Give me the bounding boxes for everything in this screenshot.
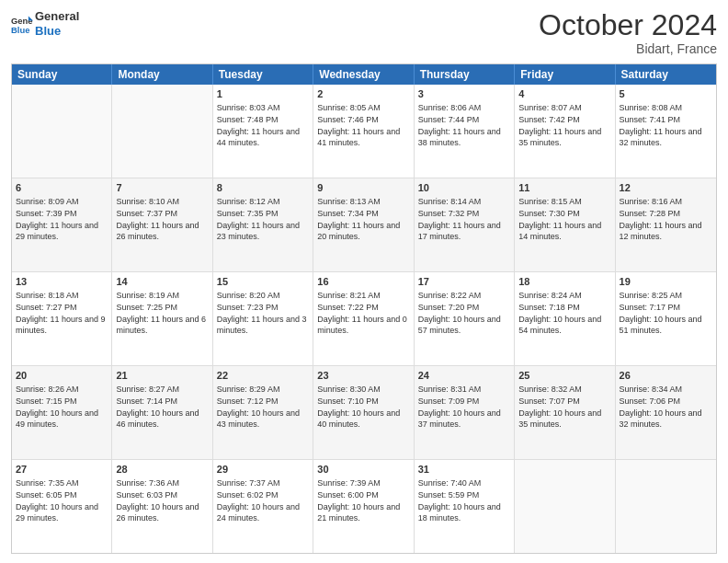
day-cell-8: 8Sunrise: 8:12 AM Sunset: 7:35 PM Daylig… [213,178,313,271]
day-info: Sunrise: 8:34 AM Sunset: 7:06 PM Dayligh… [620,385,702,429]
day-info: Sunrise: 8:29 AM Sunset: 7:12 PM Dayligh… [217,385,300,429]
day-header-saturday: Saturday [616,64,716,85]
month-title: October 2024 [539,9,717,41]
day-info: Sunrise: 8:24 AM Sunset: 7:18 PM Dayligh… [518,291,601,335]
calendar-row-4: 20Sunrise: 8:26 AM Sunset: 7:15 PM Dayli… [12,366,716,460]
page-header: General Blue General Blue October 2024 B… [11,9,717,56]
day-number: 29 [217,463,309,477]
day-number: 16 [317,275,409,289]
day-number: 8 [217,181,309,195]
day-cell-11: 11Sunrise: 8:15 AM Sunset: 7:30 PM Dayli… [515,178,615,271]
calendar-row-2: 6Sunrise: 8:09 AM Sunset: 7:39 PM Daylig… [12,178,716,272]
day-info: Sunrise: 8:16 AM Sunset: 7:28 PM Dayligh… [620,197,702,241]
day-info: Sunrise: 8:26 AM Sunset: 7:15 PM Dayligh… [16,385,98,429]
day-number: 2 [317,87,409,101]
day-info: Sunrise: 7:37 AM Sunset: 6:02 PM Dayligh… [217,478,300,523]
day-number: 11 [518,181,610,195]
day-cell-16: 16Sunrise: 8:21 AM Sunset: 7:22 PM Dayli… [313,272,414,365]
day-number: 23 [317,369,409,383]
day-number: 25 [518,369,610,383]
day-number: 14 [116,275,208,289]
day-header-sunday: Sunday [12,64,112,85]
day-cell-26: 26Sunrise: 8:34 AM Sunset: 7:06 PM Dayli… [616,366,716,459]
day-header-friday: Friday [515,64,615,85]
calendar: SundayMondayTuesdayWednesdayThursdayFrid… [11,63,717,554]
day-info: Sunrise: 8:20 AM Sunset: 7:23 PM Dayligh… [217,291,307,335]
day-number: 21 [116,369,208,383]
day-info: Sunrise: 8:09 AM Sunset: 7:39 PM Dayligh… [16,197,98,241]
day-info: Sunrise: 8:13 AM Sunset: 7:34 PM Dayligh… [317,197,400,241]
day-cell-12: 12Sunrise: 8:16 AM Sunset: 7:28 PM Dayli… [616,178,716,271]
day-info: Sunrise: 7:36 AM Sunset: 6:03 PM Dayligh… [116,478,199,523]
day-number: 12 [620,181,712,195]
day-header-tuesday: Tuesday [213,64,313,85]
day-number: 4 [518,87,610,101]
empty-cell [515,460,615,553]
day-header-monday: Monday [112,64,212,85]
day-cell-21: 21Sunrise: 8:27 AM Sunset: 7:14 PM Dayli… [112,366,212,459]
day-cell-15: 15Sunrise: 8:20 AM Sunset: 7:23 PM Dayli… [213,272,313,365]
day-info: Sunrise: 8:32 AM Sunset: 7:07 PM Dayligh… [518,385,601,429]
day-number: 26 [620,369,712,383]
day-number: 13 [16,275,108,289]
day-cell-14: 14Sunrise: 8:19 AM Sunset: 7:25 PM Dayli… [112,272,212,365]
day-info: Sunrise: 8:14 AM Sunset: 7:32 PM Dayligh… [418,197,501,241]
svg-text:Blue: Blue [11,25,29,35]
day-number: 31 [418,463,510,477]
day-number: 30 [317,463,409,477]
day-header-thursday: Thursday [415,64,515,85]
day-info: Sunrise: 8:21 AM Sunset: 7:22 PM Dayligh… [317,291,407,335]
day-number: 28 [116,463,208,477]
title-block: October 2024 Bidart, France [539,9,717,56]
day-info: Sunrise: 8:12 AM Sunset: 7:35 PM Dayligh… [217,197,300,241]
day-cell-23: 23Sunrise: 8:30 AM Sunset: 7:10 PM Dayli… [313,366,414,459]
day-cell-3: 3Sunrise: 8:06 AM Sunset: 7:44 PM Daylig… [415,85,515,178]
day-number: 9 [317,181,409,195]
day-cell-27: 27Sunrise: 7:35 AM Sunset: 6:05 PM Dayli… [12,460,112,553]
day-info: Sunrise: 8:08 AM Sunset: 7:41 PM Dayligh… [620,103,702,147]
day-info: Sunrise: 7:35 AM Sunset: 6:05 PM Dayligh… [16,478,98,523]
day-cell-17: 17Sunrise: 8:22 AM Sunset: 7:20 PM Dayli… [415,272,515,365]
day-number: 17 [418,275,510,289]
day-info: Sunrise: 8:05 AM Sunset: 7:46 PM Dayligh… [317,103,400,147]
day-number: 6 [16,181,108,195]
day-cell-24: 24Sunrise: 8:31 AM Sunset: 7:09 PM Dayli… [415,366,515,459]
day-number: 15 [217,275,309,289]
day-number: 1 [217,87,309,101]
day-number: 3 [418,87,510,101]
day-info: Sunrise: 8:27 AM Sunset: 7:14 PM Dayligh… [116,385,199,429]
empty-cell [12,85,112,178]
day-cell-13: 13Sunrise: 8:18 AM Sunset: 7:27 PM Dayli… [12,272,112,365]
day-cell-7: 7Sunrise: 8:10 AM Sunset: 7:37 PM Daylig… [112,178,212,271]
logo-line2: Blue [35,24,79,39]
day-cell-22: 22Sunrise: 8:29 AM Sunset: 7:12 PM Dayli… [213,366,313,459]
day-cell-25: 25Sunrise: 8:32 AM Sunset: 7:07 PM Dayli… [515,366,615,459]
calendar-row-3: 13Sunrise: 8:18 AM Sunset: 7:27 PM Dayli… [12,272,716,366]
calendar-row-1: 1Sunrise: 8:03 AM Sunset: 7:48 PM Daylig… [12,85,716,178]
day-info: Sunrise: 8:31 AM Sunset: 7:09 PM Dayligh… [418,385,501,429]
day-cell-10: 10Sunrise: 8:14 AM Sunset: 7:32 PM Dayli… [415,178,515,271]
day-cell-19: 19Sunrise: 8:25 AM Sunset: 7:17 PM Dayli… [616,272,716,365]
calendar-row-5: 27Sunrise: 7:35 AM Sunset: 6:05 PM Dayli… [12,460,716,553]
day-info: Sunrise: 8:07 AM Sunset: 7:42 PM Dayligh… [518,103,601,147]
day-info: Sunrise: 8:19 AM Sunset: 7:25 PM Dayligh… [116,291,206,335]
calendar-body: 1Sunrise: 8:03 AM Sunset: 7:48 PM Daylig… [12,85,716,553]
day-cell-1: 1Sunrise: 8:03 AM Sunset: 7:48 PM Daylig… [213,85,313,178]
calendar-header: SundayMondayTuesdayWednesdayThursdayFrid… [12,64,716,85]
location: Bidart, France [539,41,717,56]
day-cell-9: 9Sunrise: 8:13 AM Sunset: 7:34 PM Daylig… [313,178,414,271]
day-info: Sunrise: 8:10 AM Sunset: 7:37 PM Dayligh… [116,197,199,241]
day-number: 22 [217,369,309,383]
day-number: 24 [418,369,510,383]
day-cell-4: 4Sunrise: 8:07 AM Sunset: 7:42 PM Daylig… [515,85,615,178]
day-number: 18 [518,275,610,289]
day-number: 7 [116,181,208,195]
day-cell-28: 28Sunrise: 7:36 AM Sunset: 6:03 PM Dayli… [112,460,212,553]
day-number: 10 [418,181,510,195]
empty-cell [112,85,212,178]
day-cell-18: 18Sunrise: 8:24 AM Sunset: 7:18 PM Dayli… [515,272,615,365]
day-cell-30: 30Sunrise: 7:39 AM Sunset: 6:00 PM Dayli… [313,460,414,553]
empty-cell [616,460,716,553]
day-info: Sunrise: 8:03 AM Sunset: 7:48 PM Dayligh… [217,103,300,147]
day-cell-2: 2Sunrise: 8:05 AM Sunset: 7:46 PM Daylig… [313,85,414,178]
